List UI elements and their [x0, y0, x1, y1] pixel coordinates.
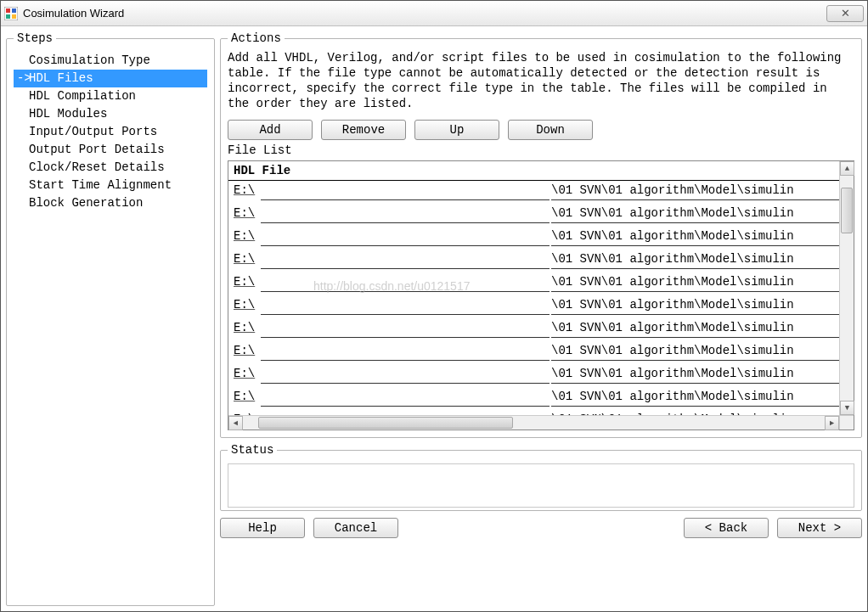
scroll-left-arrow-icon[interactable]: ◄: [228, 416, 243, 430]
filelist-header[interactable]: HDL File: [228, 161, 854, 181]
horizontal-scrollbar[interactable]: ◄ ►: [228, 415, 839, 430]
status-panel: Status: [220, 443, 862, 511]
step-item[interactable]: Output Port Details: [14, 141, 207, 159]
right-column: Actions Add all VHDL, Verilog, and/or sc…: [220, 31, 862, 606]
file-path-gap: [261, 227, 550, 246]
filelist-label: File List: [228, 143, 854, 157]
table-row[interactable]: E:\\01 SVN\01 algorithm\Model\simulin: [228, 272, 854, 295]
actions-panel: Actions Add all VHDL, Verilog, and/or sc…: [220, 31, 862, 438]
step-item[interactable]: HDL Modules: [14, 105, 207, 123]
steps-panel: Steps Cosimulation Type-> HDL FilesHDL C…: [6, 31, 215, 606]
file-path-gap: [261, 295, 550, 315]
actions-text: Add all VHDL, Verilog, and/or script fil…: [228, 50, 854, 111]
step-item[interactable]: Input/Output Ports: [14, 123, 207, 141]
steps-legend: Steps: [14, 31, 56, 45]
step-label: Clock/Reset Details: [29, 160, 165, 174]
step-label: HDL Compilation: [29, 89, 136, 103]
table-row[interactable]: E:\\01 SVN\01 algorithm\Model\simulin: [228, 295, 854, 318]
step-item[interactable]: Start Time Alignment: [14, 177, 207, 194]
step-label: Output Port Details: [29, 143, 165, 156]
scroll-down-arrow-icon[interactable]: ▼: [840, 401, 854, 415]
wizard-body: Steps Cosimulation Type-> HDL FilesHDL C…: [1, 26, 867, 611]
filelist-box[interactable]: HDL File http://blog.csdn.net/u0121517 E…: [228, 160, 854, 430]
file-path-prefix: E:\: [234, 364, 259, 387]
table-row[interactable]: E:\\01 SVN\01 algorithm\Model\simulin: [228, 318, 854, 341]
file-path-suffix: \01 SVN\01 algorithm\Model\simulin: [551, 181, 848, 200]
vscroll-track[interactable]: [840, 176, 854, 401]
hscroll-track[interactable]: [243, 416, 825, 430]
step-label: Start Time Alignment: [29, 178, 172, 192]
down-button[interactable]: Down: [508, 120, 593, 140]
file-path-gap: [261, 318, 550, 338]
svg-rect-1: [6, 8, 10, 13]
file-path-prefix: E:\: [234, 295, 259, 318]
vertical-scrollbar[interactable]: ▲ ▼: [839, 161, 854, 415]
file-path-prefix: E:\: [234, 181, 259, 204]
step-item[interactable]: -> HDL Files: [14, 70, 207, 87]
step-label: Block Generation: [29, 196, 143, 210]
action-buttons: Add Remove Up Down: [228, 120, 854, 140]
table-row[interactable]: E:\\01 SVN\01 algorithm\Model\simulin: [228, 204, 854, 227]
svg-rect-2: [12, 8, 16, 13]
file-path-gap: [261, 364, 550, 384]
next-button[interactable]: Next >: [777, 518, 862, 538]
step-item[interactable]: Clock/Reset Details: [14, 159, 207, 177]
back-button[interactable]: < Back: [684, 518, 769, 538]
close-icon: ✕: [841, 7, 850, 20]
file-path-suffix: \01 SVN\01 algorithm\Model\simulin: [551, 341, 848, 361]
remove-button[interactable]: Remove: [321, 120, 406, 140]
step-item[interactable]: HDL Compilation: [14, 87, 207, 105]
file-path-suffix: \01 SVN\01 algorithm\Model\simulin: [551, 272, 848, 292]
svg-rect-4: [12, 14, 16, 19]
file-path-gap: [261, 387, 550, 407]
up-button[interactable]: Up: [414, 120, 499, 140]
table-row[interactable]: E:\\01 SVN\01 algorithm\Model\simulin: [228, 227, 854, 250]
table-row[interactable]: E:\\01 SVN\01 algorithm\Model\simulin: [228, 364, 854, 387]
file-path-prefix: E:\: [234, 204, 259, 227]
file-path-suffix: \01 SVN\01 algorithm\Model\simulin: [551, 387, 848, 407]
svg-rect-3: [6, 14, 10, 19]
button-spacer: [407, 518, 675, 538]
titlebar: Cosimulation Wizard ✕: [1, 1, 867, 26]
scroll-up-arrow-icon[interactable]: ▲: [840, 161, 854, 176]
wizard-window: Cosimulation Wizard ✕ Steps Cosimulation…: [0, 0, 868, 612]
filelist-rows: http://blog.csdn.net/u0121517 E:\\01 SVN…: [228, 181, 854, 430]
close-button[interactable]: ✕: [826, 5, 864, 22]
step-label: HDL Files: [29, 71, 93, 85]
file-path-suffix: \01 SVN\01 algorithm\Model\simulin: [551, 250, 848, 269]
step-item[interactable]: Cosimulation Type: [14, 52, 207, 70]
file-path-gap: [261, 250, 550, 269]
app-icon: [4, 7, 18, 20]
table-row[interactable]: E:\\01 SVN\01 algorithm\Model\simulin: [228, 387, 854, 410]
file-path-suffix: \01 SVN\01 algorithm\Model\simulin: [551, 227, 848, 246]
file-path-prefix: E:\: [234, 341, 259, 364]
step-item[interactable]: Block Generation: [14, 194, 207, 212]
file-path-suffix: \01 SVN\01 algorithm\Model\simulin: [551, 318, 848, 338]
file-path-suffix: \01 SVN\01 algorithm\Model\simulin: [551, 295, 848, 315]
step-arrow-icon: ->: [17, 70, 29, 87]
step-label: Input/Output Ports: [29, 125, 157, 138]
actions-legend: Actions: [228, 31, 285, 45]
file-path-gap: [261, 341, 550, 361]
file-path-gap: [261, 181, 550, 200]
scroll-right-arrow-icon[interactable]: ►: [825, 416, 839, 430]
table-row[interactable]: E:\\01 SVN\01 algorithm\Model\simulin: [228, 341, 854, 364]
table-row[interactable]: E:\\01 SVN\01 algorithm\Model\simulin: [228, 250, 854, 272]
steps-list: Cosimulation Type-> HDL FilesHDL Compila…: [14, 52, 207, 212]
status-legend: Status: [228, 443, 277, 457]
step-label: Cosimulation Type: [29, 53, 150, 67]
file-path-prefix: E:\: [234, 318, 259, 341]
file-path-prefix: E:\: [234, 272, 259, 295]
file-path-gap: [261, 204, 550, 223]
status-box: [228, 463, 854, 508]
help-button[interactable]: Help: [220, 518, 305, 538]
bottom-buttons: Help Cancel < Back Next >: [220, 516, 862, 538]
hscroll-thumb[interactable]: [258, 417, 513, 429]
add-button[interactable]: Add: [228, 120, 313, 140]
file-path-suffix: \01 SVN\01 algorithm\Model\simulin: [551, 364, 848, 384]
table-row[interactable]: E:\\01 SVN\01 algorithm\Model\simulin: [228, 181, 854, 204]
cancel-button[interactable]: Cancel: [313, 518, 398, 538]
file-path-prefix: E:\: [234, 250, 259, 272]
file-path-prefix: E:\: [234, 387, 259, 410]
vscroll-thumb[interactable]: [841, 188, 853, 233]
